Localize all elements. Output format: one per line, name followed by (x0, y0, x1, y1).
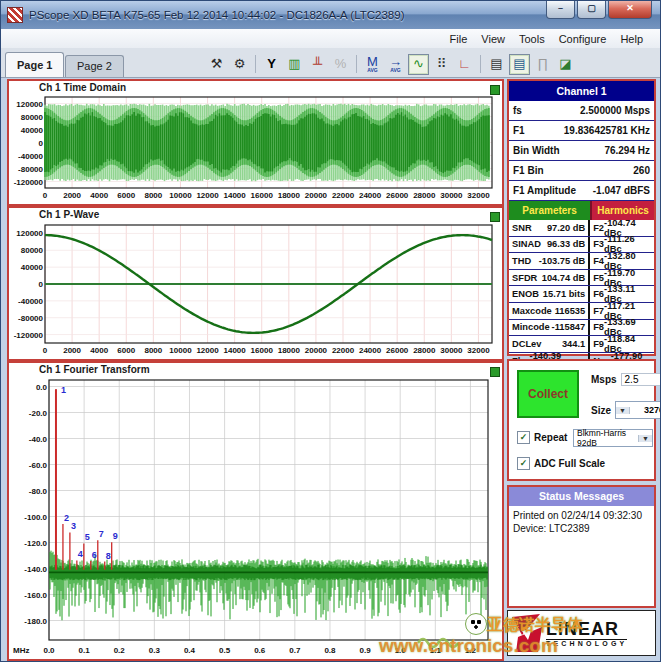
close-button[interactable]: ✕ (608, 1, 652, 19)
channel-info-row: F119.836425781 KHz (509, 121, 654, 141)
svg-text:2: 2 (64, 513, 69, 523)
fourier-title: Ch 1 Fourier Transform (39, 364, 502, 376)
sample-dots-icon[interactable]: ⠿ (431, 54, 452, 75)
max-average-icon-glyph: M (367, 56, 378, 68)
svg-text:3: 3 (71, 521, 76, 531)
info-label: fs (513, 105, 522, 116)
svg-text:0.2: 0.2 (114, 646, 126, 655)
sample-dots-icon-glyph: ⠿ (437, 58, 447, 70)
parameter-cell: Mincode-115847 (509, 320, 590, 336)
svg-text:22000: 22000 (332, 191, 355, 200)
parameter-label: Mincode (512, 322, 550, 332)
harmonic-label: F7 (593, 306, 604, 316)
info-value: 2.500000 Msps (580, 105, 650, 116)
window-controls: – ▢ ✕ (544, 1, 652, 19)
parameter-label: SINAD (512, 239, 541, 249)
size-dropdown[interactable]: ▼ 32768 (615, 401, 661, 419)
svg-text:-160.0: -160.0 (24, 591, 47, 600)
channel-info-row: fs2.500000 Msps (509, 101, 654, 121)
fourier-chart[interactable]: 0.00.10.20.30.40.50.60.70.80.91.01.11.20… (9, 376, 498, 655)
harmonic-cell: F6-133.11 dBc (590, 286, 654, 302)
msps-input[interactable]: 2.5 (621, 373, 661, 386)
parameter-value: -103.75 dB (539, 256, 586, 266)
svg-text:-40000: -40000 (18, 152, 43, 161)
harmonic-label: F8 (593, 322, 604, 332)
info-label: F1 (513, 125, 525, 136)
svg-text:80000: 80000 (21, 246, 44, 255)
size-value: 32768 (630, 405, 661, 415)
svg-text:1.2: 1.2 (465, 646, 477, 655)
size-label: Size (591, 405, 611, 416)
maximize-button[interactable]: ▢ (577, 1, 606, 19)
time-domain-view-icon[interactable]: ∿ (408, 54, 429, 75)
info-label: Bin Width (513, 145, 560, 156)
parameter-cell: SNR97.20 dB (509, 220, 590, 236)
dropdown-arrow-icon[interactable]: ▼ (638, 435, 652, 442)
svg-text:-100.0: -100.0 (24, 513, 47, 522)
config-tools-icon[interactable]: ⚒ (206, 54, 227, 75)
svg-text:9: 9 (113, 531, 118, 541)
svg-text:5: 5 (85, 532, 90, 542)
svg-text:16000: 16000 (251, 346, 274, 355)
toolbar: ⚒⚙Y▥╨%MAVG→AVG∿⠿∟▤▤∏◪ (205, 52, 577, 76)
hammer-icon[interactable]: ⚙ (229, 54, 250, 75)
y-scale-icon[interactable]: Y (261, 54, 282, 75)
svg-text:0: 0 (39, 280, 44, 289)
harmonic-label: F3 (593, 239, 604, 249)
msps-label: Msps (591, 374, 617, 385)
menu-tools[interactable]: Tools (512, 32, 552, 46)
svg-text:0: 0 (43, 346, 48, 355)
channel-info-row: F1 Bin260 (509, 161, 654, 181)
notes-panel-icon[interactable]: ▤ (509, 54, 530, 75)
svg-text:0.0: 0.0 (36, 383, 48, 392)
svg-text:2000: 2000 (63, 191, 81, 200)
harmonic-label: F4 (593, 256, 604, 266)
harmonic-label: F2 (593, 223, 604, 233)
minimize-button[interactable]: – (546, 1, 575, 19)
pwave-chart[interactable]: 0200040006000800010000120001400016000180… (9, 221, 498, 355)
tab-page-2[interactable]: Page 2 (65, 55, 124, 77)
tab-page-1[interactable]: Page 1 (5, 52, 64, 77)
collect-button[interactable]: Collect (517, 370, 579, 418)
svg-text:12000: 12000 (196, 346, 219, 355)
data-grid-icon[interactable]: ▤ (486, 54, 507, 75)
percent-icon[interactable]: % (330, 54, 351, 75)
running-average-icon-glyph: → (389, 56, 402, 68)
menu-help[interactable]: Help (613, 32, 650, 46)
toolbar-separator (255, 55, 256, 73)
svg-text:1.0: 1.0 (395, 646, 407, 655)
max-average-icon[interactable]: MAVG (362, 54, 383, 75)
window-value: Blkmn-Harris 92dB (574, 428, 638, 448)
svg-text:28000: 28000 (413, 191, 436, 200)
dropdown-arrow-icon[interactable]: ▼ (616, 407, 630, 414)
export-image-icon[interactable]: ◪ (555, 54, 576, 75)
svg-text:24000: 24000 (359, 191, 382, 200)
menu-file[interactable]: File (443, 32, 475, 46)
pulse-icon[interactable]: ∏ (532, 54, 553, 75)
toolbar-separator (356, 55, 357, 73)
svg-text:-80.0: -80.0 (29, 487, 48, 496)
harmonic-cell: F2-104.74 dBc (590, 220, 654, 236)
svg-text:0.4: 0.4 (184, 646, 196, 655)
svg-text:30000: 30000 (440, 191, 463, 200)
menu-view[interactable]: View (474, 32, 512, 46)
svg-text:-120.0: -120.0 (24, 539, 47, 548)
phase-plot-icon[interactable]: ∟ (454, 54, 475, 75)
parameter-value: -115847 (552, 322, 586, 332)
channel-rows: fs2.500000 MspsF119.836425781 KHzBin Wid… (509, 101, 654, 201)
repeat-checkbox[interactable]: ✓ (517, 431, 530, 444)
time-domain-chart[interactable]: 0200040006000800010000120001400016000180… (9, 94, 498, 200)
parameter-label: ENOB (512, 289, 539, 299)
parameter-value: 344.1 (562, 339, 585, 349)
window-dropdown[interactable]: Blkmn-Harris 92dB ▼ (573, 429, 653, 447)
bar-graph-icon[interactable]: ╨ (307, 54, 328, 75)
histogram-icon[interactable]: ▥ (284, 54, 305, 75)
running-average-icon[interactable]: →AVG (385, 54, 406, 75)
menu-configure[interactable]: Configure (552, 32, 614, 46)
adc-full-scale-checkbox[interactable]: ✓ (517, 457, 530, 470)
channel-legend-swatch (490, 212, 500, 222)
phase-plot-icon-glyph: ∟ (458, 58, 471, 70)
svg-text:22000: 22000 (332, 346, 355, 355)
svg-text:10000: 10000 (169, 191, 192, 200)
parameters-header: Parameters (509, 201, 592, 220)
